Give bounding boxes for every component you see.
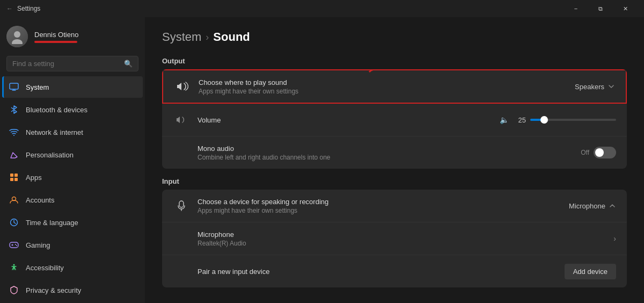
sidebar-label-personalisation: Personalisation	[26, 151, 74, 159]
sidebar-item-accessibility[interactable]: Accessibility	[2, 257, 143, 278]
mono-audio-toggle[interactable]	[594, 147, 616, 158]
breadcrumb-parent[interactable]: System	[162, 30, 201, 44]
sidebar-label-gaming: Gaming	[26, 241, 50, 249]
avatar-icon	[10, 29, 25, 44]
microphone-device-icon	[173, 230, 190, 247]
search-input[interactable]	[12, 60, 120, 68]
input-dropdown-chevron-icon	[609, 202, 616, 210]
profile-info: Dennis Otieno	[34, 31, 78, 43]
svg-rect-2	[10, 83, 18, 89]
volume-thumb[interactable]	[540, 116, 548, 124]
main-layout: Dennis Otieno 🔍 System Bluetooth & devic…	[0, 17, 644, 303]
pair-input-control: Add device	[565, 264, 616, 279]
input-device-dropdown[interactable]: Microphone	[569, 202, 616, 210]
sidebar-label-time: Time & language	[26, 219, 78, 227]
microphone-title: Microphone	[197, 230, 613, 239]
sidebar-item-time[interactable]: Time & language	[2, 212, 143, 233]
microphone-control: ›	[613, 234, 616, 243]
sidebar-item-personalisation[interactable]: Personalisation	[2, 144, 143, 165]
mono-icon	[173, 144, 190, 161]
microphone-icon	[173, 197, 190, 214]
svg-point-5	[13, 135, 14, 136]
apps-icon	[9, 172, 19, 183]
sidebar-label-accounts: Accounts	[26, 196, 54, 204]
choose-input-subtitle: Apps might have their own settings	[197, 207, 569, 214]
avatar	[6, 26, 28, 47]
volume-speaker-icon: 🔈	[500, 116, 509, 124]
gaming-icon	[9, 240, 19, 250]
back-icon[interactable]: ←	[6, 5, 13, 12]
volume-icon	[173, 111, 190, 128]
sidebar-item-privacy[interactable]: Privacy & security	[2, 279, 143, 301]
breadcrumb-current: Sound	[213, 30, 250, 44]
profile-bar	[34, 41, 77, 43]
output-section-label: Output	[162, 57, 627, 65]
choose-input-title: Choose a device for speaking or recordin…	[197, 198, 569, 206]
pair-input-row: Pair a new input device Add device	[162, 255, 627, 287]
sidebar-item-gaming[interactable]: Gaming	[2, 234, 143, 256]
sidebar-item-network[interactable]: Network & internet	[2, 121, 143, 143]
output-device-dropdown[interactable]: Speakers	[575, 83, 615, 91]
avatar-circle	[6, 26, 28, 47]
pair-input-title: Pair a new input device	[197, 268, 565, 276]
breadcrumb-separator: ›	[206, 32, 209, 43]
mono-audio-control: Off	[581, 147, 616, 158]
input-device-label: Microphone	[569, 202, 605, 210]
titlebar-controls: − ⧉ ✕	[564, 0, 638, 17]
sidebar-item-accounts[interactable]: Accounts	[2, 189, 143, 211]
svg-rect-6	[10, 174, 13, 177]
sidebar: Dennis Otieno 🔍 System Bluetooth & devic…	[0, 17, 145, 303]
svg-point-0	[14, 31, 20, 38]
sidebar-label-bluetooth: Bluetooth & devices	[26, 106, 87, 114]
volume-title: Volume	[197, 116, 500, 124]
sidebar-profile[interactable]: Dennis Otieno	[0, 17, 145, 54]
input-section-label: Input	[162, 177, 627, 185]
sidebar-label-apps: Apps	[26, 174, 42, 182]
svg-point-16	[16, 245, 17, 246]
microphone-text: Microphone Realtek(R) Audio	[197, 230, 613, 247]
sidebar-label-privacy: Privacy & security	[26, 286, 81, 294]
volume-value: 25	[513, 116, 526, 124]
mono-audio-subtitle: Combine left and right audio channels in…	[197, 154, 581, 161]
choose-output-title: Choose where to play sound	[199, 78, 575, 86]
choose-output-row[interactable]: Choose where to play sound Apps might ha…	[162, 69, 627, 104]
add-device-button[interactable]: Add device	[565, 264, 616, 279]
pair-input-icon	[173, 263, 190, 280]
volume-control: 🔈 25	[500, 116, 616, 124]
breadcrumb: System › Sound	[162, 30, 627, 44]
choose-input-row[interactable]: Choose a device for speaking or recordin…	[162, 190, 627, 222]
volume-row: Volume 🔈 25	[162, 104, 627, 136]
search-icon: 🔍	[124, 60, 133, 68]
choose-input-text: Choose a device for speaking or recordin…	[197, 198, 569, 214]
output-card: Choose where to play sound Apps might ha…	[162, 69, 627, 169]
profile-name: Dennis Otieno	[34, 31, 78, 39]
close-button[interactable]: ✕	[613, 0, 638, 17]
microphone-row[interactable]: Microphone Realtek(R) Audio ›	[162, 222, 627, 255]
sidebar-item-bluetooth[interactable]: Bluetooth & devices	[2, 99, 143, 120]
output-device-label: Speakers	[575, 83, 604, 91]
toggle-label: Off	[581, 149, 589, 156]
titlebar-left: ← Settings	[6, 5, 40, 12]
pair-input-text: Pair a new input device	[197, 268, 565, 276]
sidebar-label-network: Network & internet	[26, 128, 83, 136]
network-icon	[9, 127, 19, 138]
svg-point-15	[15, 244, 16, 245]
svg-rect-9	[14, 178, 18, 181]
svg-rect-7	[14, 174, 18, 177]
mono-audio-text: Mono audio Combine left and right audio …	[197, 145, 581, 161]
privacy-icon	[9, 285, 19, 295]
sidebar-label-system: System	[26, 83, 49, 91]
input-card: Choose a device for speaking or recordin…	[162, 190, 627, 287]
svg-rect-12	[10, 242, 18, 248]
system-icon	[9, 82, 19, 92]
minimize-button[interactable]: −	[564, 0, 588, 17]
volume-slider[interactable]	[530, 119, 616, 121]
maximize-button[interactable]: ⧉	[588, 0, 613, 17]
toggle-knob	[595, 148, 604, 157]
personalisation-icon	[9, 149, 19, 160]
sidebar-item-apps[interactable]: Apps	[2, 167, 143, 188]
sidebar-item-system[interactable]: System	[2, 76, 143, 98]
choose-output-subtitle: Apps might have their own settings	[199, 88, 575, 95]
search-box[interactable]: 🔍	[6, 56, 138, 71]
svg-rect-8	[10, 178, 13, 181]
